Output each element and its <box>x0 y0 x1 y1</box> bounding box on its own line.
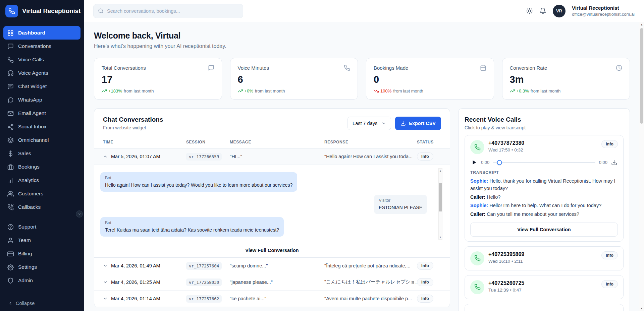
slider-thumb[interactable] <box>497 160 502 165</box>
stat-value: 3m <box>510 74 623 85</box>
chevron-down-icon[interactable] <box>103 296 108 301</box>
avatar[interactable]: VR <box>553 5 566 17</box>
sidebar-item-billing[interactable]: Billing <box>3 247 80 260</box>
chevron-up-icon[interactable] <box>103 154 108 159</box>
topbar-right: VR Virtual Receptionist office@virtualre… <box>526 5 635 17</box>
phone-icon <box>470 140 484 154</box>
search-box <box>93 4 243 18</box>
sidebar-item-settings[interactable]: Settings <box>3 260 80 274</box>
stat-delta-note: from last month <box>393 88 423 94</box>
stat-delta: +0.3% <box>517 88 529 94</box>
scroll-up-arrow[interactable]: ▲ <box>639 22 644 27</box>
voice-call-card[interactable]: +40725395869 Wed 16:10 • 2:11 Info <box>465 246 624 270</box>
chevron-down-icon <box>381 121 386 126</box>
session-id: vr_177258030 <box>186 278 222 286</box>
sidebar-item-email-agent[interactable]: Email Agent <box>3 107 80 120</box>
visitor-message-bubble: Visitor ESTONIAN PLEASE <box>374 195 427 214</box>
conversation-scrollbar[interactable]: ▲ ▼ <box>438 168 442 240</box>
stat-cards: Total Conversations 17 +183%from last mo… <box>94 58 630 100</box>
sidebar-secondary-nav: Support Team Billing Settings Admin <box>0 220 84 287</box>
scrollbar-thumb[interactable] <box>439 183 442 211</box>
col-message: MESSAGE <box>230 140 324 144</box>
table-row[interactable]: Mar 4, 2026, 01:14 AM vr_177257662 "ce p… <box>94 291 450 307</box>
scroll-down-arrow[interactable]: ▼ <box>639 306 644 311</box>
phone-icon <box>8 8 15 14</box>
stat-label: Bookings Made <box>374 65 408 71</box>
stat-card-total-conversations: Total Conversations 17 +183%from last mo… <box>94 58 222 100</box>
message-preview: "HI..." <box>230 154 324 159</box>
chat-bubble-icon <box>208 65 214 71</box>
chevron-down-icon[interactable] <box>103 263 108 268</box>
sidebar-item-conversations[interactable]: Conversations <box>3 40 80 53</box>
dashboard-content: Welcome back, Virtual Here's what's happ… <box>84 22 644 311</box>
phone-icon <box>7 57 14 63</box>
table-row[interactable]: Mar 4, 2026, 01:25 AM vr_177258030 "japa… <box>94 274 450 291</box>
sidebar-item-callbacks[interactable]: Callbacks <box>3 200 80 214</box>
view-full-conversation-button[interactable]: View Full Conversation <box>470 223 618 237</box>
download-recording-button[interactable] <box>611 160 617 166</box>
status-badge: Info <box>417 295 433 303</box>
credit-card-icon <box>7 251 14 257</box>
call-meta: Tue 12:39 • 0:47 <box>488 288 524 293</box>
download-icon <box>400 121 406 126</box>
export-csv-button[interactable]: Export CSV <box>395 117 441 130</box>
conversation-preview: Bot Hello again! How can I assist you to… <box>94 165 450 243</box>
sidebar-scroll-indicator[interactable] <box>76 210 83 217</box>
collapse-sidebar-button[interactable]: Collapse <box>0 295 84 311</box>
transcript-line: Sophie: Hello, thank you for calling Vir… <box>470 178 618 192</box>
voice-call-card[interactable]: +40725260725 Tue 12:39 • 0:47 Info <box>465 275 624 299</box>
headset-icon <box>7 70 14 76</box>
search-input[interactable] <box>107 8 238 14</box>
gear-icon <box>7 264 14 270</box>
chevron-down-icon[interactable] <box>103 280 108 285</box>
response-preview: "Înțeleg că prețurile pot părea ridicate… <box>324 263 417 268</box>
sidebar-nav: Dashboard Conversations Voice Calls Voic… <box>0 22 84 214</box>
sidebar-item-support[interactable]: Support <box>3 220 80 234</box>
sidebar-item-whatsapp[interactable]: WhatsApp <box>3 93 80 107</box>
user-email: office@virtualreceptionist.com.ai <box>572 12 635 17</box>
sidebar-item-dashboard[interactable]: Dashboard <box>3 26 80 40</box>
status-badge: Info <box>417 152 433 161</box>
sidebar-item-voice-calls[interactable]: Voice Calls <box>3 53 80 66</box>
sidebar-item-voice-agents[interactable]: Voice Agents <box>3 66 80 80</box>
scroll-up-arrow[interactable]: ▲ <box>439 169 442 173</box>
brand-name: Virtual Receptionist <box>22 7 80 15</box>
date-range-select[interactable]: Last 7 days <box>347 117 391 130</box>
sidebar-item-analytics[interactable]: Analytics <box>3 174 80 187</box>
page-scrollbar[interactable]: ▲ ▼ <box>639 22 644 311</box>
sidebar-item-social-inbox[interactable]: Social Inbox <box>3 120 80 133</box>
sidebar-item-omnichannel[interactable]: Omnichannel <box>3 133 80 147</box>
caller-number: +40737872380 <box>488 140 524 146</box>
scroll-down-arrow[interactable]: ▼ <box>439 235 442 239</box>
status-badge: Info <box>417 278 433 286</box>
page-subtitle: Here's what's happening with your AI rec… <box>94 43 630 49</box>
sidebar-item-admin[interactable]: Admin <box>3 274 80 287</box>
seek-slider[interactable] <box>493 162 595 163</box>
notifications-button[interactable] <box>539 7 546 14</box>
chevron-down-icon <box>77 212 82 216</box>
sidebar-item-chat-widget[interactable]: Chat Widget <box>3 80 80 93</box>
transcript: Sophie: Hello, thank you for calling Vir… <box>470 178 618 218</box>
view-full-conversation-link[interactable]: View Full Conversation <box>94 243 450 258</box>
play-button[interactable] <box>471 159 477 166</box>
sidebar-item-customers[interactable]: Customers <box>3 187 80 200</box>
stat-label: Conversion Rate <box>510 65 547 71</box>
message-square-icon <box>7 83 14 90</box>
session-id: vr_177257604 <box>186 262 222 270</box>
scrollbar-thumb[interactable] <box>640 28 643 124</box>
sidebar-item-team[interactable]: Team <box>3 234 80 247</box>
sidebar-item-sales[interactable]: Sales <box>3 147 80 160</box>
voice-call-card-partial[interactable] <box>465 304 624 311</box>
stat-delta: +183% <box>108 88 122 94</box>
phone-icon <box>470 251 484 265</box>
total-time: 0:00 <box>599 160 607 165</box>
sidebar-item-bookings[interactable]: Bookings <box>3 160 80 174</box>
table-row[interactable]: Mar 5, 2026, 01:07 AM vr_177266559 "HI..… <box>94 148 450 165</box>
chat-panel-subtitle: From website widget <box>103 125 163 130</box>
chat-bubble-icon <box>7 43 14 50</box>
voice-call-card[interactable]: +40737872380 Wed 17:50 • 0:32 Info 0:00 … <box>465 135 624 242</box>
theme-toggle-button[interactable] <box>526 7 533 14</box>
caller-number: +40725395869 <box>488 251 524 257</box>
table-row[interactable]: Mar 4, 2026, 01:49 AM vr_177257604 "scum… <box>94 258 450 274</box>
chat-panel-title: Chat Conversations <box>103 116 163 123</box>
